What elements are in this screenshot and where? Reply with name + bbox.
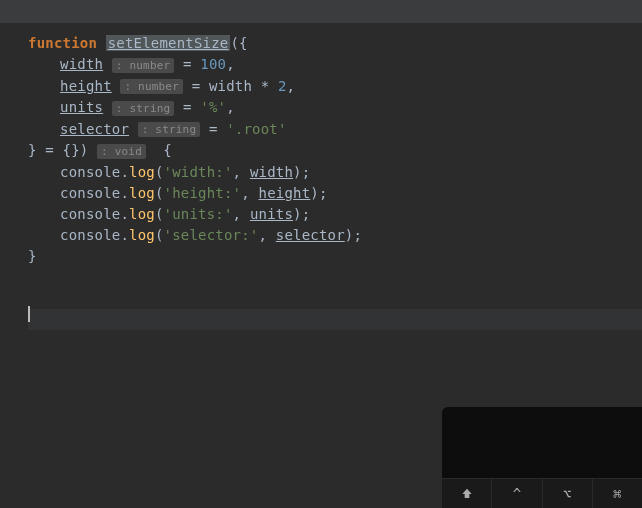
type-hint: : number [120, 79, 183, 94]
brace-close: } [28, 248, 37, 264]
floating-panel[interactable]: ^ ⌥ ⌘ [442, 407, 642, 508]
ctrl-icon: ^ [513, 486, 521, 502]
destructure-close: } = {}) [28, 142, 88, 158]
alt-icon: ⌥ [563, 486, 571, 502]
code-line: selector : string = '.root' [28, 119, 642, 141]
shift-key-button[interactable] [442, 479, 492, 508]
ref-width[interactable]: width [250, 164, 293, 180]
method-log: log [129, 227, 155, 243]
method-log: log [129, 185, 155, 201]
code-line: console.log('units:', units); [28, 204, 642, 225]
panel-body [442, 407, 642, 478]
ctrl-key-button[interactable]: ^ [492, 479, 542, 508]
code-line: } [28, 246, 642, 267]
param-selector[interactable]: selector [60, 121, 129, 137]
code-line: } = {}) : void { [28, 140, 642, 162]
code-line: console.log('height:', height); [28, 183, 642, 204]
ref-height[interactable]: height [259, 185, 311, 201]
panel-toolbar: ^ ⌥ ⌘ [442, 478, 642, 508]
literal-string: '.root' [226, 121, 286, 137]
param-height[interactable]: height [60, 78, 112, 94]
cmd-key-button[interactable]: ⌘ [593, 479, 642, 508]
code-line: width : number = 100, [28, 54, 642, 76]
method-log: log [129, 164, 155, 180]
literal-string: '%' [200, 99, 226, 115]
indent-guides [4, 33, 19, 96]
keyword-function: function [28, 35, 97, 51]
alt-key-button[interactable]: ⌥ [543, 479, 593, 508]
title-bar [0, 0, 642, 23]
method-log: log [129, 206, 155, 222]
type-hint: : number [112, 58, 175, 73]
code-line: function setElementSize({ [28, 33, 642, 54]
code-editor[interactable]: function setElementSize({ width : number… [0, 23, 642, 330]
type-hint: : string [112, 101, 175, 116]
ref-selector[interactable]: selector [276, 227, 345, 243]
literal-number: 2 [278, 78, 287, 94]
param-units[interactable]: units [60, 99, 103, 115]
identifier: width [209, 78, 252, 94]
param-width[interactable]: width [60, 56, 103, 72]
brace-open: ({ [230, 35, 247, 51]
code-line: console.log('width:', width); [28, 162, 642, 183]
code-line: units : string = '%', [28, 97, 642, 119]
type-hint: : string [138, 122, 201, 137]
cmd-icon: ⌘ [613, 486, 621, 502]
text-caret [28, 306, 30, 322]
current-line-highlight [28, 309, 642, 330]
type-hint: : void [97, 144, 146, 159]
literal-number: 100 [200, 56, 226, 72]
ref-units[interactable]: units [250, 206, 293, 222]
code-line: console.log('selector:', selector); [28, 225, 642, 246]
function-name[interactable]: setElementSize [106, 35, 231, 51]
code-line: height : number = width * 2, [28, 76, 642, 98]
